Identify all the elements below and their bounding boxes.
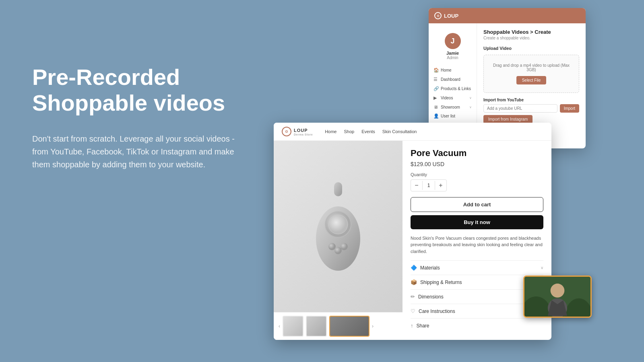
youtube-url-input[interactable] xyxy=(483,104,557,113)
add-to-cart-button[interactable]: Add to cart xyxy=(411,197,543,212)
store-nav: Home Shop Events Skin Consultation xyxy=(325,129,417,134)
product-price: $129.00 USD xyxy=(411,161,543,167)
admin-logo-text: LOUP xyxy=(444,13,458,19)
admin-avatar: J xyxy=(445,33,461,49)
store-logo: ⊙ LOUP Derma Store xyxy=(282,127,313,136)
share-label: Share xyxy=(417,323,429,329)
sidebar-item-home[interactable]: 🏠 Home xyxy=(429,66,477,75)
home-icon: 🏠 xyxy=(433,68,438,73)
thumbnail-next-arrow[interactable]: › xyxy=(372,323,374,329)
admin-logo: ⊙ LOUP xyxy=(434,12,458,19)
thumbnail-1[interactable] xyxy=(283,316,303,337)
product-description: Nood Skin's Pore Vacuum clears congested… xyxy=(411,235,543,255)
thumbnail-2[interactable] xyxy=(306,316,327,337)
share-item[interactable]: ↑ Share xyxy=(411,318,543,333)
import-youtube-label: Import from YouTube xyxy=(483,98,579,102)
sidebar-item-dashboard[interactable]: ☰ Dashboard xyxy=(429,75,477,84)
store-logo-icon: ⊙ xyxy=(282,127,291,136)
video-overlay[interactable] xyxy=(523,276,592,318)
upload-drag-text: Drag and drop a mp4 video to upload (Max… xyxy=(490,63,572,72)
accordion-materials-label: 🔷 Materials xyxy=(411,265,440,271)
storefront-panel: ⊙ LOUP Derma Store Home Shop Events Skin… xyxy=(274,123,551,340)
quantity-increase-button[interactable]: + xyxy=(435,180,446,191)
admin-breadcrumb: Shoppable Videos > Create xyxy=(483,29,579,35)
sidebar-item-products[interactable]: 🔗 Products & Links xyxy=(429,84,477,93)
svg-point-10 xyxy=(551,284,565,298)
store-header: ⊙ LOUP Derma Store Home Shop Events Skin… xyxy=(274,123,551,141)
sidebar-item-showroom[interactable]: 🖥 Showroom ∨ xyxy=(429,103,477,111)
dimensions-icon: ✏ xyxy=(411,294,415,300)
materials-icon: 🔷 xyxy=(411,265,417,271)
import-youtube-row: Import xyxy=(483,104,579,113)
store-left-column: ‹ › xyxy=(274,141,402,340)
shipping-text: Shipping & Returns xyxy=(420,280,462,285)
import-section: Import from YouTube Import Import from I… xyxy=(483,98,579,123)
product-title: Pore Vacuum xyxy=(411,148,543,158)
sidebar-item-dashboard-label: Dashboard xyxy=(441,77,460,82)
store-logo-name: LOUP xyxy=(294,128,308,133)
dashboard-icon: ☰ xyxy=(433,77,438,82)
upload-dropzone[interactable]: Drag and drop a mp4 video to upload (Max… xyxy=(483,55,579,93)
sidebar-item-products-label: Products & Links xyxy=(441,86,471,91)
store-logo-text-wrap: LOUP Derma Store xyxy=(294,127,313,136)
svg-point-3 xyxy=(328,215,348,234)
video-content-svg xyxy=(524,276,590,317)
showroom-chevron: ∨ xyxy=(469,105,472,109)
sidebar-item-videos-label: Videos xyxy=(441,96,453,100)
svg-point-5 xyxy=(334,247,342,254)
admin-user-name: Jamie xyxy=(446,51,459,56)
product-image-svg xyxy=(308,180,368,273)
accordion-shipping-label: 📦 Shipping & Returns xyxy=(411,279,462,285)
quantity-control: − 1 + xyxy=(411,179,447,191)
accordion-dimensions-label: ✏ Dimensions xyxy=(411,294,444,300)
sidebar-item-userlist-label: User list xyxy=(441,114,455,118)
video-background xyxy=(524,277,590,317)
care-icon: ♡ xyxy=(411,308,415,314)
thumbnail-3[interactable] xyxy=(329,316,369,337)
import-youtube-button[interactable]: Import xyxy=(560,104,579,113)
admin-logo-icon: ⊙ xyxy=(434,12,442,19)
import-instagram-button[interactable]: Import from Instagram xyxy=(483,115,533,123)
select-file-button[interactable]: Select File xyxy=(516,76,547,84)
videos-chevron: ∨ xyxy=(469,96,472,100)
materials-chevron: ∨ xyxy=(541,265,543,270)
buy-now-button[interactable]: Buy it now xyxy=(411,215,543,229)
dimensions-text: Dimensions xyxy=(418,294,444,300)
videos-icon: ▶ xyxy=(433,95,438,101)
materials-text: Materials xyxy=(420,265,440,271)
sidebar-item-userlist[interactable]: 👤 User list xyxy=(429,111,477,121)
shipping-icon: 📦 xyxy=(411,279,417,285)
svg-point-4 xyxy=(328,243,336,250)
store-nav-events[interactable]: Events xyxy=(361,129,375,134)
quantity-decrease-button[interactable]: − xyxy=(411,180,422,191)
care-text: Care Instructions xyxy=(419,309,455,314)
sidebar-item-home-label: Home xyxy=(441,68,452,72)
store-logo-sub: Derma Store xyxy=(294,133,313,136)
thumbnail-prev-arrow[interactable]: ‹ xyxy=(279,323,280,329)
sidebar-item-showroom-label: Showroom xyxy=(441,105,460,109)
sub-text: Don't start from scratch. Leverage all y… xyxy=(32,132,242,171)
quantity-label: Quantity xyxy=(411,172,543,177)
main-heading: Pre-Recorded Shoppable videos xyxy=(32,64,242,116)
store-body: ‹ › Pore Vacuum $129.00 USD Quantity − xyxy=(274,141,551,340)
left-content-area: Pre-Recorded Shoppable videos Don't star… xyxy=(32,64,242,171)
store-nav-consultation[interactable]: Skin Consultation xyxy=(382,129,417,134)
admin-avatar-section: J Jamie Admin xyxy=(429,29,477,66)
sidebar-item-videos[interactable]: ▶ Videos ∨ xyxy=(429,93,477,103)
accordion-care-label: ♡ Care Instructions xyxy=(411,308,455,314)
store-nav-shop[interactable]: Shop xyxy=(344,129,354,134)
quantity-value: 1 xyxy=(422,181,435,190)
product-image-area xyxy=(274,141,402,313)
store-thumbnails-row: ‹ › xyxy=(274,312,402,340)
showroom-icon: 🖥 xyxy=(433,105,438,109)
store-nav-home[interactable]: Home xyxy=(325,129,336,134)
admin-breadcrumb-sub: Create a shoppable video. xyxy=(483,36,579,40)
share-icon: ↑ xyxy=(411,323,413,329)
admin-header-bar: ⊙ LOUP xyxy=(429,8,586,23)
userlist-icon: 👤 xyxy=(433,113,438,119)
admin-user-role: Admin xyxy=(447,56,458,60)
upload-section-label: Upload Video xyxy=(483,46,579,51)
svg-rect-0 xyxy=(334,182,342,196)
accordion-materials[interactable]: 🔷 Materials ∨ xyxy=(411,260,543,275)
svg-point-6 xyxy=(341,243,348,250)
